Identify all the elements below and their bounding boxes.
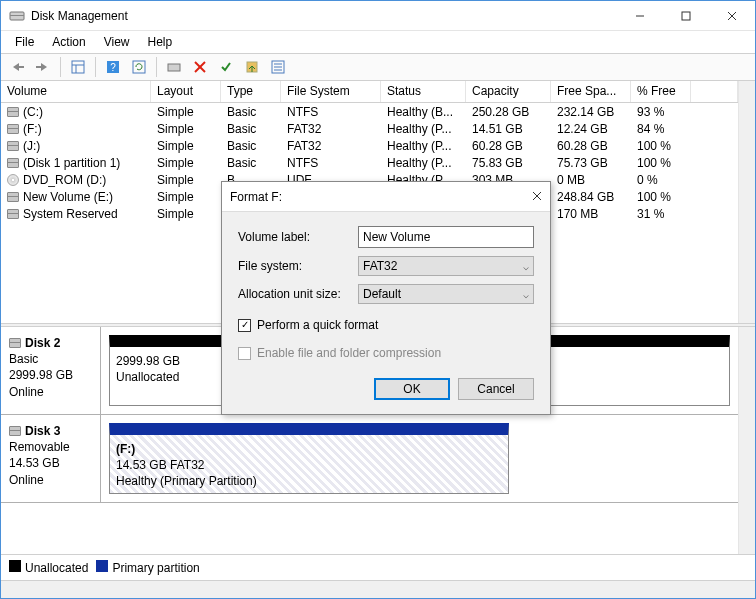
ok-button[interactable]: OK bbox=[374, 378, 450, 400]
col-fs[interactable]: File System bbox=[281, 81, 381, 102]
menu-view[interactable]: View bbox=[96, 33, 138, 51]
app-icon bbox=[9, 8, 25, 24]
menubar: File Action View Help bbox=[1, 31, 755, 53]
disk3-partition-f[interactable]: (F:) 14.53 GB FAT32 Healthy (Primary Par… bbox=[109, 423, 509, 494]
dvd-icon bbox=[7, 174, 19, 186]
statusbar bbox=[1, 580, 755, 598]
volume-icon bbox=[7, 158, 19, 168]
disk2-name: Disk 2 bbox=[25, 335, 60, 351]
scrollbar[interactable] bbox=[738, 327, 755, 554]
window-title: Disk Management bbox=[31, 9, 617, 23]
help-icon[interactable]: ? bbox=[101, 55, 125, 79]
label-filesystem: File system: bbox=[238, 259, 358, 273]
toolbar-action-icon[interactable] bbox=[240, 55, 264, 79]
col-volume[interactable]: Volume bbox=[1, 81, 151, 102]
cancel-button[interactable]: Cancel bbox=[458, 378, 534, 400]
svg-rect-8 bbox=[72, 61, 84, 73]
disk3-name: Disk 3 bbox=[25, 423, 60, 439]
svg-rect-14 bbox=[168, 64, 180, 71]
toolbar: ? bbox=[1, 53, 755, 81]
check-icon[interactable] bbox=[214, 55, 238, 79]
disk2-size: 2999.98 GB bbox=[9, 367, 92, 383]
dialog-title: Format F: bbox=[230, 190, 532, 204]
col-pct[interactable]: % Free bbox=[631, 81, 691, 102]
disk-icon bbox=[9, 426, 21, 436]
disk3-part-letter: (F:) bbox=[116, 441, 502, 457]
dialog-close-icon[interactable] bbox=[532, 190, 542, 204]
legend-swatch-primary bbox=[96, 560, 108, 572]
legend: Unallocated Primary partition bbox=[1, 554, 755, 580]
disk-management-window: Disk Management File Action View Help ? bbox=[0, 0, 756, 599]
filesystem-value: FAT32 bbox=[363, 259, 397, 273]
svg-rect-1 bbox=[10, 15, 24, 16]
col-free[interactable]: Free Spa... bbox=[551, 81, 631, 102]
disk3-size: 14.53 GB bbox=[9, 455, 92, 471]
menu-action[interactable]: Action bbox=[44, 33, 93, 51]
volume-label-input[interactable] bbox=[358, 226, 534, 248]
table-row[interactable]: (C:)SimpleBasicNTFSHealthy (B...250.28 G… bbox=[1, 103, 738, 120]
col-status[interactable]: Status bbox=[381, 81, 466, 102]
close-button[interactable] bbox=[709, 1, 755, 31]
disk2-state: Online bbox=[9, 384, 92, 400]
quick-format-label: Perform a quick format bbox=[257, 318, 378, 332]
disk3-part-desc: 14.53 GB FAT32 bbox=[116, 457, 502, 473]
volume-icon bbox=[7, 192, 19, 202]
quick-format-checkbox[interactable]: ✓ bbox=[238, 319, 251, 332]
label-volume: Volume label: bbox=[238, 230, 358, 244]
refresh-icon[interactable] bbox=[127, 55, 151, 79]
volume-icon bbox=[7, 124, 19, 134]
legend-unallocated: Unallocated bbox=[25, 561, 88, 575]
table-row[interactable]: (J:)SimpleBasicFAT32Healthy (P...60.28 G… bbox=[1, 137, 738, 154]
disk3-part-status: Healthy (Primary Partition) bbox=[116, 473, 502, 489]
svg-rect-13 bbox=[133, 61, 145, 73]
filesystem-select[interactable]: FAT32 ⌵ bbox=[358, 256, 534, 276]
chevron-down-icon: ⌵ bbox=[523, 261, 529, 272]
allocation-value: Default bbox=[363, 287, 401, 301]
legend-swatch-unallocated bbox=[9, 560, 21, 572]
menu-file[interactable]: File bbox=[7, 33, 42, 51]
menu-help[interactable]: Help bbox=[140, 33, 181, 51]
col-type[interactable]: Type bbox=[221, 81, 281, 102]
compression-checkbox bbox=[238, 347, 251, 360]
minimize-button[interactable] bbox=[617, 1, 663, 31]
svg-rect-3 bbox=[682, 12, 690, 20]
format-dialog: Format F: Volume label: File system: FAT… bbox=[221, 181, 551, 415]
chevron-down-icon: ⌵ bbox=[523, 289, 529, 300]
compression-label: Enable file and folder compression bbox=[257, 346, 441, 360]
volume-icon bbox=[7, 209, 19, 219]
disk3-type: Removable bbox=[9, 439, 92, 455]
back-button[interactable] bbox=[5, 55, 29, 79]
table-row[interactable]: (F:)SimpleBasicFAT32Healthy (P...14.51 G… bbox=[1, 120, 738, 137]
forward-button[interactable] bbox=[31, 55, 55, 79]
disk3-state: Online bbox=[9, 472, 92, 488]
disk3-panel[interactable]: Disk 3 Removable 14.53 GB Online (F:) 14… bbox=[1, 415, 738, 503]
toolbar-list-icon[interactable] bbox=[266, 55, 290, 79]
allocation-select[interactable]: Default ⌵ bbox=[358, 284, 534, 304]
toolbar-view-icon[interactable] bbox=[66, 55, 90, 79]
volume-icon bbox=[7, 107, 19, 117]
svg-text:?: ? bbox=[110, 62, 116, 73]
col-layout[interactable]: Layout bbox=[151, 81, 221, 102]
legend-primary: Primary partition bbox=[112, 561, 199, 575]
titlebar: Disk Management bbox=[1, 1, 755, 31]
maximize-button[interactable] bbox=[663, 1, 709, 31]
toolbar-settings-icon[interactable] bbox=[162, 55, 186, 79]
disk-icon bbox=[9, 338, 21, 348]
scrollbar[interactable] bbox=[738, 81, 755, 323]
volume-icon bbox=[7, 141, 19, 151]
table-row[interactable]: (Disk 1 partition 1)SimpleBasicNTFSHealt… bbox=[1, 154, 738, 171]
disk2-type: Basic bbox=[9, 351, 92, 367]
delete-icon[interactable] bbox=[188, 55, 212, 79]
col-capacity[interactable]: Capacity bbox=[466, 81, 551, 102]
volume-table-header: Volume Layout Type File System Status Ca… bbox=[1, 81, 738, 103]
label-allocation: Allocation unit size: bbox=[238, 287, 358, 301]
